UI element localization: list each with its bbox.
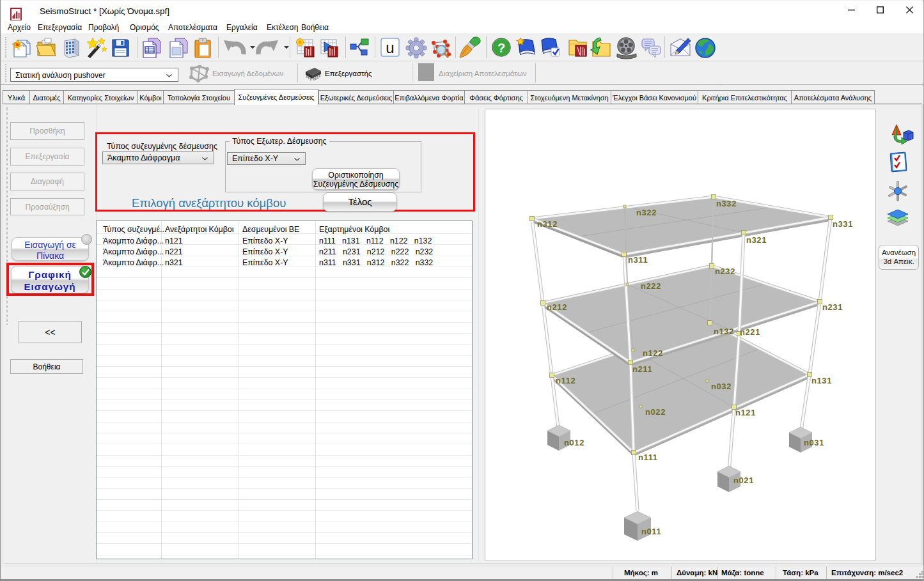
svg-text:n331: n331 xyxy=(833,219,853,229)
svg-text:n112: n112 xyxy=(556,376,576,385)
svg-text:n211: n211 xyxy=(632,364,652,374)
svg-text:n322: n322 xyxy=(636,208,657,217)
svg-text:?: ? xyxy=(497,41,505,55)
svg-text:n022: n022 xyxy=(645,407,666,417)
svg-text:n321: n321 xyxy=(746,235,767,245)
svg-text:n121: n121 xyxy=(735,408,756,417)
svg-text:n131: n131 xyxy=(811,376,832,385)
svg-text:n122: n122 xyxy=(643,348,663,358)
svg-text:n231: n231 xyxy=(822,302,843,312)
svg-text:n012: n012 xyxy=(564,438,584,447)
svg-text:n332: n332 xyxy=(716,199,737,208)
svg-text:n011: n011 xyxy=(641,527,661,536)
svg-text:n132: n132 xyxy=(714,327,734,336)
svg-text:n222: n222 xyxy=(641,281,661,291)
svg-text:u: u xyxy=(386,39,394,56)
svg-text:n212: n212 xyxy=(547,302,567,312)
svg-text:n021: n021 xyxy=(733,476,754,485)
svg-text:n031: n031 xyxy=(804,438,824,447)
svg-text:n232: n232 xyxy=(715,267,735,276)
svg-text:n111: n111 xyxy=(638,453,658,462)
svg-text:n221: n221 xyxy=(740,327,760,337)
svg-text:n312: n312 xyxy=(537,219,558,229)
svg-text:n032: n032 xyxy=(711,382,732,391)
svg-text:n311: n311 xyxy=(628,255,648,265)
